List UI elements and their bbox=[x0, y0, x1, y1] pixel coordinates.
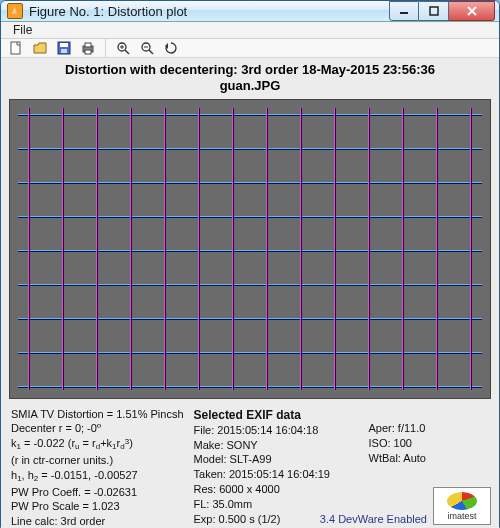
stat-k1: k1 = -0.022 (ru = rd+k1rd3) bbox=[11, 436, 184, 453]
svg-rect-4 bbox=[11, 42, 20, 54]
stat-pwcoeff: PW Pro Coeff. = -0.02631 bbox=[11, 485, 184, 500]
stat-linecalc: Line calc: 3rd order bbox=[11, 514, 184, 528]
window-buttons bbox=[389, 1, 495, 21]
exif-res: Res: 6000 x 4000 bbox=[194, 482, 359, 497]
distortion-plot[interactable] bbox=[9, 99, 491, 399]
exif-panel: Selected EXIF data File: 2015:05:14 16:0… bbox=[194, 407, 359, 529]
exif-fl: FL: 35.0mm bbox=[194, 497, 359, 512]
window-title: Figure No. 1: Distortion plot bbox=[29, 4, 389, 19]
close-icon bbox=[466, 5, 478, 17]
svg-rect-10 bbox=[85, 50, 91, 54]
exif-make: Make: SONY bbox=[194, 438, 359, 453]
info-panels: SMIA TV Distortion = 1.51% Pincsh Decent… bbox=[9, 401, 491, 529]
exif-header: Selected EXIF data bbox=[194, 407, 359, 423]
stat-decenter: Decenter r = 0; -0º bbox=[11, 421, 184, 436]
svg-rect-7 bbox=[61, 49, 67, 53]
exif-file: File: 2015:05:14 16:04:18 bbox=[194, 423, 359, 438]
plot-title-line2: guan.JPG bbox=[220, 78, 281, 93]
svg-rect-1 bbox=[430, 7, 438, 15]
maximize-icon bbox=[429, 6, 439, 16]
logo-text: imatest bbox=[447, 511, 476, 521]
exif-taken: Taken: 2015:05:14 16:04:19 bbox=[194, 467, 359, 482]
close-button[interactable] bbox=[449, 1, 495, 21]
toolbar bbox=[1, 39, 499, 58]
menu-file[interactable]: File bbox=[7, 22, 38, 38]
svg-line-12 bbox=[125, 50, 129, 54]
new-icon[interactable] bbox=[7, 39, 25, 57]
imatest-logo: imatest bbox=[433, 487, 491, 525]
toolbar-divider bbox=[105, 39, 106, 57]
stat-pwscale: PW Pro Scale = 1.023 bbox=[11, 499, 184, 514]
menubar: File bbox=[1, 22, 499, 39]
titlebar[interactable]: Figure No. 1: Distortion plot bbox=[1, 1, 499, 22]
exif-iso: ISO: 100 bbox=[369, 436, 444, 451]
minimize-icon bbox=[399, 6, 409, 16]
stat-units: (r in ctr-corner units.) bbox=[11, 453, 184, 468]
stat-smia: SMIA TV Distortion = 1.51% Pincsh bbox=[11, 407, 184, 422]
svg-line-16 bbox=[149, 50, 153, 54]
svg-rect-9 bbox=[85, 43, 91, 47]
plot-title: Distortion with decentering: 3rd order 1… bbox=[9, 62, 491, 95]
distortion-stats: SMIA TV Distortion = 1.51% Pincsh Decent… bbox=[11, 407, 184, 529]
figure-window: Figure No. 1: Distortion plot File Disto… bbox=[0, 0, 500, 528]
version-label: 3.4 DevWare Enabled bbox=[320, 513, 427, 525]
rotate-icon[interactable] bbox=[162, 39, 180, 57]
exif-model: Model: SLT-A99 bbox=[194, 452, 359, 467]
exif-aper: Aper: f/11.0 bbox=[369, 421, 444, 436]
matlab-icon bbox=[7, 3, 23, 19]
exif-wb: WtBal: Auto bbox=[369, 451, 444, 466]
stat-h: h1, h2 = -0.0151, -0.00527 bbox=[11, 468, 184, 485]
save-icon[interactable] bbox=[55, 39, 73, 57]
plot-title-line1: Distortion with decentering: 3rd order 1… bbox=[65, 62, 435, 77]
zoom-in-icon[interactable] bbox=[114, 39, 132, 57]
zoom-out-icon[interactable] bbox=[138, 39, 156, 57]
minimize-button[interactable] bbox=[389, 1, 419, 21]
open-icon[interactable] bbox=[31, 39, 49, 57]
print-icon[interactable] bbox=[79, 39, 97, 57]
svg-rect-6 bbox=[60, 43, 68, 47]
maximize-button[interactable] bbox=[419, 1, 449, 21]
client-area: Distortion with decentering: 3rd order 1… bbox=[1, 58, 499, 528]
swirl-icon bbox=[447, 492, 477, 510]
